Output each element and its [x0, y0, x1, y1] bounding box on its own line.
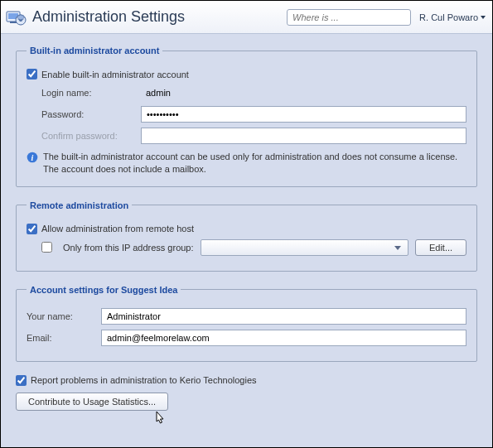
yourname-label: Your name: [27, 311, 101, 321]
enable-admin-label: Enable built-in administrator account [41, 70, 189, 79]
confirm-row: Confirm password: [27, 128, 466, 144]
svg-rect-2 [10, 22, 17, 23]
allow-remote-label: Allow administration from remote host [41, 224, 194, 234]
group-suggest-idea-title: Account settings for Suggest Idea [27, 285, 181, 295]
info-row: i The built-in administrator account can… [27, 151, 466, 176]
password-row: Password: [27, 106, 466, 123]
admin-settings-window: Administration Settings R. Cul Powaro Bu… [0, 0, 493, 448]
info-icon: i [27, 152, 38, 163]
ip-group-select[interactable] [201, 239, 408, 256]
user-name-label: R. Cul Powaro [419, 12, 478, 22]
app-icon [6, 7, 27, 28]
report-problems-checkbox[interactable] [16, 375, 27, 386]
group-builtin-admin: Built-in administrator account Enable bu… [16, 46, 477, 187]
only-ip-row: Only from this IP address group: Edit... [27, 239, 466, 256]
contribute-button[interactable]: Contribute to Usage Statistics... [16, 393, 168, 411]
login-row: Login name: [27, 84, 466, 101]
login-label: Login name: [41, 88, 141, 98]
edit-button[interactable]: Edit... [415, 239, 466, 256]
allow-remote-checkbox[interactable] [27, 224, 37, 234]
email-row: Email: [27, 330, 466, 346]
email-input[interactable] [101, 330, 466, 346]
search-input[interactable] [287, 9, 411, 26]
yourname-row: Your name: [27, 308, 466, 325]
yourname-input[interactable] [101, 308, 466, 325]
content-area: Built-in administrator account Enable bu… [1, 34, 492, 447]
email-label: Email: [27, 333, 101, 343]
only-ip-checkbox[interactable] [41, 242, 52, 253]
group-builtin-admin-title: Built-in administrator account [27, 46, 162, 55]
enable-admin-row: Enable built-in administrator account [27, 69, 466, 79]
titlebar: Administration Settings R. Cul Powaro [1, 1, 492, 34]
login-value [141, 84, 466, 101]
svg-text:i: i [31, 153, 34, 162]
info-text: The built-in administrator account can b… [43, 151, 466, 176]
password-label: Password: [41, 109, 141, 119]
user-menu[interactable]: R. Cul Powaro [419, 12, 486, 22]
only-ip-label: Only from this IP address group: [63, 243, 194, 253]
confirm-label: Confirm password: [41, 131, 141, 141]
group-remote-admin: Remote administration Allow administrati… [16, 200, 477, 272]
allow-remote-row: Allow administration from remote host [27, 224, 466, 234]
page-title: Administration Settings [32, 8, 185, 26]
contribute-row: Contribute to Usage Statistics... [16, 393, 477, 411]
confirm-input[interactable] [141, 128, 466, 144]
report-problems-label: Report problems in administration to Ker… [31, 375, 257, 385]
password-input[interactable] [141, 106, 466, 123]
enable-admin-checkbox[interactable] [27, 69, 37, 79]
group-remote-admin-title: Remote administration [27, 200, 132, 210]
group-suggest-idea: Account settings for Suggest Idea Your n… [16, 285, 477, 362]
report-problems-row: Report problems in administration to Ker… [16, 375, 477, 386]
